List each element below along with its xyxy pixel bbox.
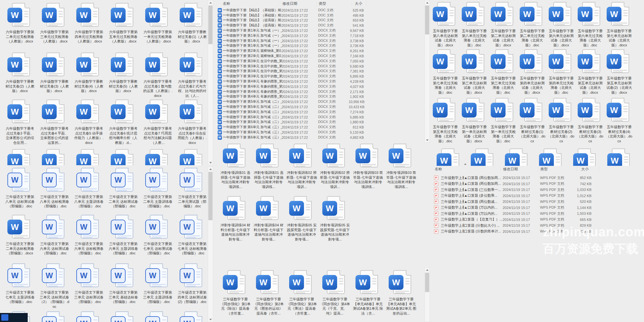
scrollbar-thumb[interactable] bbox=[425, 5, 429, 34]
file-list-row[interactable]: W 一年级数学下册 第6单元 加与减（三）_... 2024/11/19 17:… bbox=[213, 125, 430, 130]
file-list-row[interactable]: W 一年级数学下册 第1单元 加与减（一）_... 2024/11/19 17:… bbox=[213, 38, 430, 43]
file-list-row[interactable]: P 三年级数学上册 ▲口算题 (三位数乘一... 2024/11/19 15:1… bbox=[431, 187, 612, 193]
scrollbar[interactable] bbox=[208, 0, 213, 165]
file-item[interactable]: W 三年级语文下册第六单元 达标检测卷（部编版）.doc bbox=[72, 214, 106, 256]
file-item[interactable]: W 五年级数学下册第六单元过关检测卷（北师大版）.doc bbox=[576, 2, 604, 47]
file-list-row[interactable]: W 一年级数学下册 第1单元 加与减（一）_... 2024/11/19 17:… bbox=[213, 43, 430, 49]
file-list-row[interactable]: W 一年级数学下册 第4单元 有趣的图形_第... 2024/11/19 17:… bbox=[213, 89, 430, 94]
file-item[interactable]: W 三年级数学下册《同步强化》第2单元《图形的运动》提高卷（含答... bbox=[252, 270, 285, 316]
file-item[interactable]: W 三年级数学下册《同步强化》第4单元《千克、克、吨》提高... bbox=[319, 270, 351, 316]
file-item[interactable]: W 三年级语文下册第三单元 主题训练卷（部编版）.doc bbox=[141, 263, 175, 309]
file-item[interactable]: W 五年级数学下册第二单元过关检测卷（北师大版）.doc bbox=[518, 2, 546, 47]
file-list-row[interactable]: P 三年级数学上册 ▲口算题 (两位数减... 2024/11/19 15:17… bbox=[431, 199, 612, 205]
column-header-type[interactable]: 类型 bbox=[540, 167, 548, 172]
file-item[interactable]: W 六年级数学下册第一单元过关检测卷（人教版）.docx bbox=[141, 3, 175, 44]
file-item[interactable]: W 六年级数学下册考点过关卷5 动手操作能力（人教版）.docx bbox=[72, 99, 106, 145]
file-list-row[interactable]: P 三年级数学上册 ▲口算题 (多位数乘... 2024/11/19 15:17… bbox=[431, 193, 612, 199]
file-item[interactable]: W 三年级语文下册第三单元 基础达标卷（部编版）.doc bbox=[107, 263, 140, 309]
file-item[interactable]: W 三年级语文下册第二单元测试题（部编版）.doc bbox=[175, 167, 209, 209]
column-header-name[interactable]: 名称 bbox=[223, 1, 230, 6]
file-item[interactable]: W 三年级数学下册《同步强化》第1单元《除法》提高卷（含答案... bbox=[219, 270, 251, 316]
scrollbar[interactable] bbox=[424, 0, 430, 143]
file-item[interactable]: W 五年级数学下册教材过关卷(3)（北师大版）.docx bbox=[576, 98, 604, 143]
file-item[interactable]: W 三年级语文下册第七单元 达标测试卷（部编版）.doc bbox=[141, 214, 175, 256]
file-item[interactable]: W 六年级数学下册教材过关卷(1)（人教版）.docx bbox=[175, 3, 209, 44]
file-item-partial[interactable]: W bbox=[141, 149, 175, 165]
file-item-partial[interactable]: W bbox=[38, 149, 71, 165]
file-list-row[interactable]: P 三年级数学上册 ▲口算题 (万以内的... 2024/11/19 15:17… bbox=[431, 211, 612, 217]
file-item[interactable]: W 六年级数学下册第四单元过关检测卷（人教版）.docx bbox=[72, 3, 106, 44]
file-list-row[interactable]: P 三年级数学上册 口算题（【总复习】）... 2024/11/19 15:17… bbox=[431, 217, 612, 223]
scroll-down-arrow-icon[interactable] bbox=[208, 317, 213, 322]
file-item[interactable]: W 六年级数学下册考点过关卷6 统计思想与概率分析（人教版）.d... bbox=[107, 99, 140, 145]
file-item[interactable]: W 五年级数学下册第八单元达标测试卷（北师大版）.docx bbox=[431, 2, 459, 47]
file-item[interactable]: W 五年级数学下册教材过关卷(2)（北师大版）.docx bbox=[547, 98, 575, 143]
file-item[interactable]: W 六年级数学下册第五单元过关检测卷（人教版）.docx bbox=[107, 3, 140, 44]
file-item-partial[interactable]: W bbox=[471, 148, 496, 166]
scrollbar-thumb[interactable] bbox=[208, 172, 213, 220]
file-item-partial[interactable]: W bbox=[539, 148, 564, 166]
file-list-row[interactable]: W 一年级数学下册 第3单元 生活中的数_第... 2024/11/19 17:… bbox=[213, 64, 430, 69]
scroll-down-arrow-icon[interactable] bbox=[425, 138, 430, 142]
file-item[interactable]: W 五年级数学下册教材过关卷(4)（北师大版）.docx bbox=[605, 98, 633, 143]
file-item[interactable]: W 五年级数学下册第六单元达标测试卷（北师大版）.docx bbox=[547, 2, 575, 47]
file-item-partial[interactable]: W bbox=[72, 149, 106, 165]
file-item[interactable]: W 三年级语文下册第二单元达标检测卷（部编版）.docx bbox=[3, 214, 37, 256]
file-item[interactable]: W 五年级数学下册第七单元过关检测卷（北师大版）.doc bbox=[431, 49, 459, 95]
file-item-partial[interactable]: W bbox=[573, 148, 598, 166]
column-header-date[interactable]: 修改日期 bbox=[503, 167, 518, 172]
file-item[interactable]: W 冲刺专项训练03 简答题-七年级下道德与法治期末冲刺专项训练... bbox=[352, 143, 384, 189]
file-list-row[interactable]: W 一年级数学下册 第6单元 加与减（三）_... 2024/11/19 17:… bbox=[213, 135, 430, 140]
file-item[interactable]: W 三年级语文下册第八单元 主题训练卷（部编版）.doc bbox=[72, 167, 106, 209]
scrollbar-thumb[interactable] bbox=[208, 5, 213, 44]
file-item-partial[interactable]: W bbox=[72, 311, 106, 322]
file-item[interactable]: W 五年级数学下册第五单元达标测试卷（北师大版）.docx bbox=[576, 49, 604, 95]
file-item[interactable]: W 冲刺专项训练04 材料分析题-七年级下道德与法治期末冲刺专项... bbox=[252, 196, 285, 242]
file-item-partial[interactable]: W bbox=[175, 311, 209, 322]
file-item-partial[interactable]: W bbox=[437, 148, 462, 166]
file-list-row[interactable]: W 一年级数学下册 【精品】（提高版）期... 2024/11/19 17:22… bbox=[213, 18, 430, 23]
file-list-row[interactable]: W 一年级数学下册 第4单元 有趣的图形_第... 2024/11/19 17:… bbox=[213, 79, 430, 84]
scroll-up-arrow-icon[interactable] bbox=[425, 268, 430, 272]
file-list-row[interactable]: W 一年级数学下册 第1单元 加与减（一）_... 2024/11/19 17:… bbox=[213, 28, 430, 33]
file-item[interactable]: W 三年级语文下册第四单元 达标测试卷(2)（部编版）.doc bbox=[175, 263, 209, 309]
scroll-up-arrow-icon[interactable] bbox=[208, 0, 213, 5]
file-item[interactable]: W 冲刺专项训练02 辨析题-七年级下道德与法治期末冲刺专项训... bbox=[319, 143, 351, 189]
file-item[interactable]: W 五年级数学下册第三单元过关检测卷（北师大版）.doc bbox=[489, 49, 517, 95]
file-item[interactable]: W 冲刺专项训练02 辨析题- 七年级下道德与法治期末冲刺专项训... bbox=[286, 143, 318, 189]
file-item-partial[interactable]: W bbox=[175, 149, 209, 165]
file-item[interactable]: W 五年级数学下册教材过关卷(1)（北师大版）.docx bbox=[518, 98, 546, 143]
file-list-row[interactable]: P 三年级数学上册 ▲口算题 (两位数加两... 2024/11/19 15:1… bbox=[431, 175, 612, 181]
column-header-size[interactable]: 大小 bbox=[355, 1, 362, 6]
file-item-partial[interactable]: W bbox=[3, 149, 37, 165]
file-item[interactable]: W 冲刺专项训练03 简答题-七年级下道德与法治期末冲刺专项训练... bbox=[385, 143, 417, 189]
file-list-row[interactable]: W 一年级数学下册 【精品】（基础版）期... 2024/11/19 17:22… bbox=[213, 8, 430, 13]
file-list-row[interactable]: W 一年级数学下册 【精品】（基础版）期... 2024/11/19 17:22… bbox=[213, 13, 430, 18]
column-header-name[interactable]: 名称 bbox=[435, 167, 442, 172]
file-item[interactable]: W 冲刺专项训练01 选择题-七年级下道德与法治期末冲刺专项训练... bbox=[252, 143, 285, 189]
file-item[interactable]: W 六年级数学下册考点过关卷2 式与方程、比与比例的对比（人... bbox=[175, 52, 209, 98]
file-list-row[interactable]: W 一年级数学下册 第6单元 加与减（三）_... 2024/11/19 17:… bbox=[213, 130, 430, 135]
file-item[interactable]: W 六年级数学下册教材过关卷(3)（人教版）.docx bbox=[38, 52, 71, 98]
file-list-row[interactable]: W 一年级数学下册 第2单元 观察物体_第0... 2024/11/19 17:… bbox=[213, 53, 430, 59]
file-item[interactable]: W 五年级数学下册第五单元过关检测卷（北师大版）.doc bbox=[431, 98, 459, 143]
scrollbar-thumb[interactable] bbox=[425, 273, 429, 292]
file-item[interactable]: W 五年级数学下册第三单元达标测试卷（北师大版）.docx bbox=[460, 49, 488, 95]
file-item[interactable]: W 三年级语文下册第二单元 达标测试卷（部编版）.doc bbox=[107, 167, 140, 209]
scroll-up-arrow-icon[interactable] bbox=[425, 0, 430, 5]
file-item-partial[interactable]: W bbox=[38, 311, 71, 322]
file-item[interactable]: W 五年级数学下册第五单元达标测试卷(2)（北师大版）.docx bbox=[605, 49, 633, 95]
file-item[interactable]: W 三年级语文下册第八单元 达标测试卷（部编版）.doc bbox=[3, 167, 37, 209]
file-item[interactable]: W 三年级语文下册第七单元 主题训练卷（部编版）.doc bbox=[3, 263, 37, 309]
file-item[interactable]: W 五年级数学下册第二单元达标测试卷（北师大版）.docx bbox=[489, 2, 517, 47]
file-item[interactable]: W 五年级数学下册第八单元过关检测卷（北师大版）.doc bbox=[460, 2, 488, 47]
file-item[interactable]: W 三年级数学下册《同步强化》第3单元《乘法》提高卷（含答案... bbox=[286, 270, 318, 316]
file-list-row[interactable]: P 三年级数学上册 ▲口算题 (两位数加两... 2024/11/19 15:1… bbox=[431, 181, 612, 187]
file-item[interactable]: W 六年级数学下册考点过关卷7 巧用思想与方法解决问题（人教... bbox=[141, 99, 175, 145]
file-list-row[interactable]: W 一年级数学下册 第4单元 有趣的图形_第... 2024/11/19 17:… bbox=[213, 84, 430, 89]
file-list-row[interactable]: W 一年级数学下册 第5单元 加与减（二）_... 2024/11/19 17:… bbox=[213, 99, 430, 104]
file-item[interactable]: W 三年级语文下册第三单元 达标测试卷（2）（部编版）.doc bbox=[38, 263, 71, 309]
file-item[interactable]: W 五年级数学下册第四单元达标测试卷（北师大版）.docx bbox=[518, 49, 546, 95]
file-item[interactable]: W 三年级语文下册第六单元 达标测试卷（部编版）.doc bbox=[38, 214, 71, 256]
file-item[interactable]: W 五年级数学下册第一单元达标测试卷（北师大版）.docx bbox=[460, 98, 488, 143]
